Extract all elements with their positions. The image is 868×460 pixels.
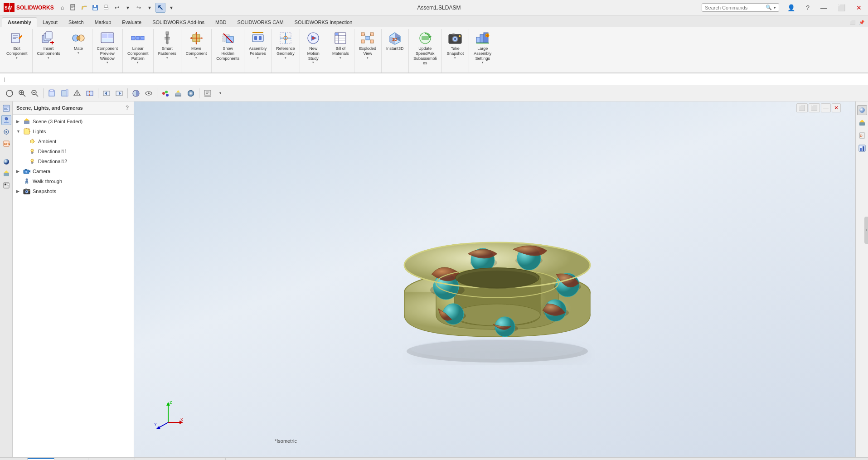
right-panel-assets-button[interactable] bbox=[857, 143, 867, 153]
undo-button[interactable]: ↩ bbox=[112, 3, 122, 13]
save-button[interactable] bbox=[90, 3, 100, 13]
take-snapshot-button[interactable]: TakeSnapshot ▾ bbox=[445, 29, 466, 62]
tree-item-directional12[interactable]: ▶ Directional12 bbox=[13, 156, 134, 166]
search-icon[interactable]: 🔍 bbox=[766, 5, 772, 10]
mate-dropdown[interactable]: ▾ bbox=[78, 51, 79, 55]
cursor-button[interactable]: ↖ bbox=[155, 3, 165, 13]
right-panel-scene-button[interactable] bbox=[857, 118, 867, 128]
tree-item-walkthrough[interactable]: ▶ Walk-through bbox=[13, 176, 134, 186]
zoom-in-out-button[interactable] bbox=[29, 87, 41, 99]
scene-button[interactable] bbox=[1, 169, 11, 179]
edit-appearance-button[interactable] bbox=[160, 87, 171, 99]
large-assembly-dropdown[interactable]: ▾ bbox=[482, 61, 484, 64]
right-panel-decals-button[interactable]: D bbox=[857, 131, 867, 140]
change-standard-views-button[interactable] bbox=[71, 87, 83, 99]
viewport-maximize-button[interactable]: ⬜ bbox=[809, 103, 820, 112]
insert-components-dropdown[interactable]: ▾ bbox=[48, 56, 49, 60]
front-view-button[interactable] bbox=[46, 87, 58, 99]
maximize-button[interactable]: ⬜ bbox=[835, 3, 848, 12]
tab-motion-study-1[interactable]: Motion Study 1 bbox=[88, 458, 135, 460]
next-view-button[interactable] bbox=[113, 87, 125, 99]
redo-dropdown[interactable]: ▾ bbox=[145, 3, 155, 13]
configuration-manager-button[interactable] bbox=[1, 127, 11, 137]
open-button[interactable] bbox=[79, 3, 89, 13]
cursor-dropdown[interactable]: ▾ bbox=[166, 3, 176, 13]
reference-geometry-dropdown[interactable]: ▾ bbox=[285, 56, 286, 60]
move-component-dropdown[interactable]: ▾ bbox=[195, 56, 197, 60]
linear-component-pattern-dropdown[interactable]: ▾ bbox=[137, 61, 139, 64]
tab-markup[interactable]: Markup bbox=[89, 18, 117, 27]
ribbon-restore-button[interactable]: ⬜ bbox=[849, 19, 856, 26]
search-input[interactable] bbox=[705, 5, 764, 10]
snapshot-dropdown[interactable]: ▾ bbox=[454, 56, 456, 60]
tree-item-snapshots[interactable]: ▶ Snapshots bbox=[13, 186, 134, 196]
home-button[interactable]: ⌂ bbox=[58, 3, 68, 13]
appearance-color-button[interactable] bbox=[1, 157, 11, 167]
expand-scene[interactable]: ▶ bbox=[16, 119, 23, 124]
section-view-button[interactable] bbox=[84, 87, 96, 99]
rotate-view-button[interactable] bbox=[4, 87, 15, 99]
zoom-to-fit-button[interactable] bbox=[16, 87, 28, 99]
smart-fasteners-dropdown[interactable]: ▾ bbox=[166, 56, 168, 60]
tab-model[interactable]: Model bbox=[28, 458, 54, 460]
tab-layout[interactable]: Layout bbox=[37, 18, 63, 27]
sidebar-help-button[interactable]: ? bbox=[124, 104, 130, 111]
display-manager-dropdown[interactable]: ▾ bbox=[214, 87, 226, 99]
component-preview-button[interactable]: ComponentPreviewWindow ▾ bbox=[95, 29, 120, 66]
exploded-view-dropdown[interactable]: ▾ bbox=[367, 56, 369, 60]
new-motion-study-button[interactable]: NewMotionStudy ▾ bbox=[303, 29, 323, 66]
minimize-button[interactable]: — bbox=[818, 3, 829, 12]
tab-evaluate[interactable]: Evaluate bbox=[116, 18, 147, 27]
new-motion-study-dropdown[interactable]: ▾ bbox=[312, 61, 314, 64]
help-button[interactable]: ? bbox=[803, 3, 812, 12]
right-view-button[interactable] bbox=[58, 87, 70, 99]
view-previous-button[interactable] bbox=[101, 87, 112, 99]
expand-snapshots[interactable]: ▶ bbox=[16, 189, 23, 194]
move-component-button[interactable]: MoveComponent ▾ bbox=[184, 29, 209, 62]
tree-item-lights[interactable]: ▼ Lights bbox=[13, 126, 134, 136]
tab-sketch[interactable]: Sketch bbox=[63, 18, 89, 27]
reference-geometry-button[interactable]: ReferenceGeometry ▾ bbox=[274, 29, 297, 62]
tab-3d-views[interactable]: 3D Views bbox=[54, 458, 88, 460]
viewport-restore-button[interactable]: ⬜ bbox=[796, 103, 808, 112]
edit-component-dropdown[interactable]: ▾ bbox=[16, 56, 18, 60]
realview-graphics-button[interactable] bbox=[185, 87, 197, 99]
new-button[interactable] bbox=[68, 3, 78, 13]
tree-item-ambient[interactable]: ▶ Ambient bbox=[13, 136, 134, 146]
tab-solidworks-cam[interactable]: SOLIDWORKS CAM bbox=[232, 18, 289, 27]
component-preview-dropdown[interactable]: ▾ bbox=[107, 61, 108, 64]
tree-item-camera[interactable]: ▶ Camera bbox=[13, 166, 134, 176]
assembly-features-dropdown[interactable]: ▾ bbox=[257, 56, 259, 60]
assembly-features-button[interactable]: AssemblyFeatures ▾ bbox=[247, 29, 268, 62]
hide-show-button[interactable] bbox=[143, 87, 155, 99]
scene-appearances-button[interactable] bbox=[172, 87, 184, 99]
edit-component-button[interactable]: EditComponent ▾ bbox=[5, 29, 29, 62]
tab-solidworks-addins[interactable]: SOLIDWORKS Add-Ins bbox=[147, 18, 210, 27]
linear-component-pattern-button[interactable]: LinearComponentPattern ▾ bbox=[126, 29, 150, 66]
undo-dropdown[interactable]: ▾ bbox=[123, 3, 133, 13]
expand-camera[interactable]: ▶ bbox=[16, 169, 23, 174]
user-account-button[interactable]: 👤 bbox=[785, 3, 798, 12]
bom-dropdown[interactable]: ▾ bbox=[339, 56, 341, 60]
update-speedpak-button[interactable]: UpdateSpeedPakSubassemblies bbox=[412, 29, 439, 68]
right-panel-appearance-button[interactable] bbox=[857, 105, 867, 115]
property-manager-button[interactable] bbox=[1, 115, 11, 125]
redo-button[interactable]: ↪ bbox=[134, 3, 144, 13]
feature-manager-button[interactable] bbox=[1, 103, 11, 113]
large-assembly-settings-button[interactable]: ⚙ LargeAssemblySettings ▾ bbox=[472, 29, 493, 66]
tab-assembly[interactable]: Assembly bbox=[2, 17, 37, 27]
display-style-button[interactable] bbox=[130, 87, 142, 99]
tab-mbd[interactable]: MBD bbox=[210, 18, 232, 27]
smart-fasteners-button[interactable]: SmartFasteners ▾ bbox=[156, 29, 178, 62]
viewport-close-button[interactable]: ✕ bbox=[832, 103, 841, 112]
close-button[interactable]: ✕ bbox=[853, 3, 864, 12]
instant3d-button[interactable]: 3D Instant3D bbox=[384, 29, 406, 53]
print-button[interactable] bbox=[101, 3, 111, 13]
tab-solidworks-inspection[interactable]: SOLIDWORKS Inspection bbox=[289, 18, 358, 27]
tree-item-scene[interactable]: ▶ Scene (3 Point Faded) bbox=[13, 116, 134, 126]
exploded-view-button[interactable]: ExplodedView ▾ bbox=[358, 29, 378, 62]
display-state-button[interactable] bbox=[1, 180, 11, 190]
dxf-dfm-button[interactable]: DFM bbox=[1, 139, 11, 149]
viewport-minimize-button[interactable]: — bbox=[821, 103, 831, 112]
tree-item-directional11[interactable]: ▶ Directional11 bbox=[13, 146, 134, 156]
